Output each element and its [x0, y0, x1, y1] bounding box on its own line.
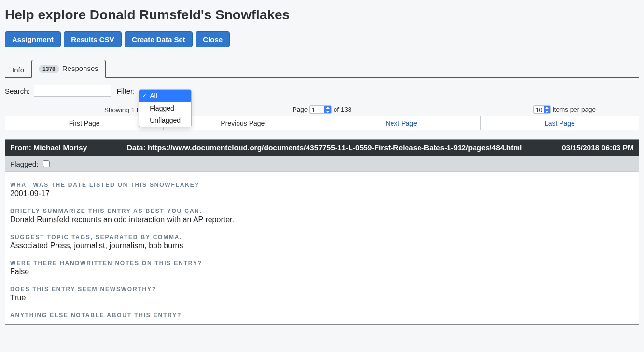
page-stepper-icon[interactable] — [324, 106, 331, 113]
qa-block: ANYTHING ELSE NOTABLE ABOUT THIS ENTRY? — [10, 312, 634, 319]
items-per-page-label: items per page — [553, 106, 596, 113]
pager-items-controls: 10 items per page — [430, 105, 639, 114]
qa-question: WERE THERE HANDWRITTEN NOTES ON THIS ENT… — [10, 260, 634, 267]
flagged-row: Flagged: — [5, 156, 639, 172]
response-data: Data: https://www.documentcloud.org/docu… — [87, 143, 562, 152]
search-input[interactable] — [34, 85, 111, 97]
page-number-input[interactable]: 1 — [309, 105, 332, 114]
qa-answer: 2001-09-17 — [10, 189, 634, 198]
data-label: Data: — [127, 143, 146, 152]
qa-question: BRIEFLY SUMMARIZE THIS ENTRY AS BEST YOU… — [10, 208, 634, 214]
assignment-button[interactable]: Assignment — [5, 31, 61, 47]
from-name: Michael Morisy — [33, 143, 87, 152]
response-card: From: Michael Morisy Data: https://www.d… — [5, 139, 639, 325]
pager-page-label: Page — [293, 106, 308, 113]
qa-block: SUGGEST TOPIC TAGS, SEPARATED BY COMMA. … — [10, 234, 634, 250]
qa-answer: True — [10, 294, 634, 302]
filter-option-all[interactable]: All — [139, 90, 191, 102]
qa-question: ANYTHING ELSE NOTABLE ABOUT THIS ENTRY? — [10, 312, 634, 319]
response-body: WHAT WAS THE DATE LISTED ON THIS SNOWFLA… — [5, 172, 639, 324]
data-url-value: https://www.documentcloud.org/documents/… — [148, 143, 522, 152]
qa-block: DOES THIS ENTRY SEEM NEWSWORTHY? True — [10, 286, 634, 302]
tab-bar: Info 1378Responses — [5, 59, 639, 78]
qa-answer: Associated Press, journalist, journalism… — [10, 241, 634, 250]
search-filter-row: Search: Filter: All Flagged Unflagged — [5, 85, 639, 97]
close-button[interactable]: Close — [196, 31, 230, 47]
filter-label: Filter: — [117, 87, 135, 95]
qa-question: WHAT WAS THE DATE LISTED ON THIS SNOWFLA… — [10, 182, 634, 188]
next-page-button[interactable]: Next Page — [322, 116, 481, 130]
filter-option-unflagged[interactable]: Unflagged — [139, 114, 191, 127]
create-data-set-button[interactable]: Create Data Set — [125, 31, 193, 47]
pagination-nav: First Page Previous Page Next Page Last … — [5, 116, 639, 130]
items-stepper-icon[interactable] — [544, 106, 550, 113]
response-from: From: Michael Morisy — [10, 143, 87, 152]
flagged-checkbox[interactable] — [43, 160, 50, 167]
qa-block: BRIEFLY SUMMARIZE THIS ENTRY AS BEST YOU… — [10, 208, 634, 224]
filter-option-flagged[interactable]: Flagged — [139, 102, 191, 115]
page-number-value: 1 — [312, 107, 315, 113]
qa-answer: Donald Rumsfeld recounts an odd interact… — [10, 215, 634, 224]
from-label: From: — [10, 143, 31, 152]
items-per-page-input[interactable]: 10 — [533, 105, 551, 114]
last-page-button[interactable]: Last Page — [481, 116, 639, 130]
results-csv-button[interactable]: Results CSV — [64, 31, 121, 47]
search-label: Search: — [5, 87, 30, 95]
filter-dropdown-menu: All Flagged Unflagged — [139, 89, 192, 127]
tab-responses[interactable]: 1378Responses — [31, 60, 106, 78]
responses-count-badge: 1378 — [39, 65, 59, 73]
qa-answer: False — [10, 268, 634, 276]
page-title: Help explore Donald Rumsfeld's Snowflake… — [5, 7, 639, 23]
tab-responses-label: Responses — [62, 64, 98, 72]
qa-block: WERE THERE HANDWRITTEN NOTES ON THIS ENT… — [10, 260, 634, 276]
response-timestamp: 03/15/2018 06:03 PM — [562, 143, 634, 152]
tab-info[interactable]: Info — [5, 61, 31, 78]
qa-question: SUGGEST TOPIC TAGS, SEPARATED BY COMMA. — [10, 234, 634, 240]
qa-question: DOES THIS ENTRY SEEM NEWSWORTHY? — [10, 286, 634, 293]
items-per-page-value: 10 — [536, 107, 542, 113]
pager-page-controls: Page 1 of 138 — [217, 105, 427, 114]
flagged-label: Flagged: — [10, 160, 38, 168]
pager-row: Showing 1 to 10 of Page 1 of 138 10 item… — [5, 105, 639, 114]
response-header: From: Michael Morisy Data: https://www.d… — [5, 140, 639, 156]
pager-of-text: of 138 — [334, 106, 352, 113]
qa-block: WHAT WAS THE DATE LISTED ON THIS SNOWFLA… — [10, 182, 634, 198]
action-button-row: Assignment Results CSV Create Data Set C… — [5, 31, 639, 47]
